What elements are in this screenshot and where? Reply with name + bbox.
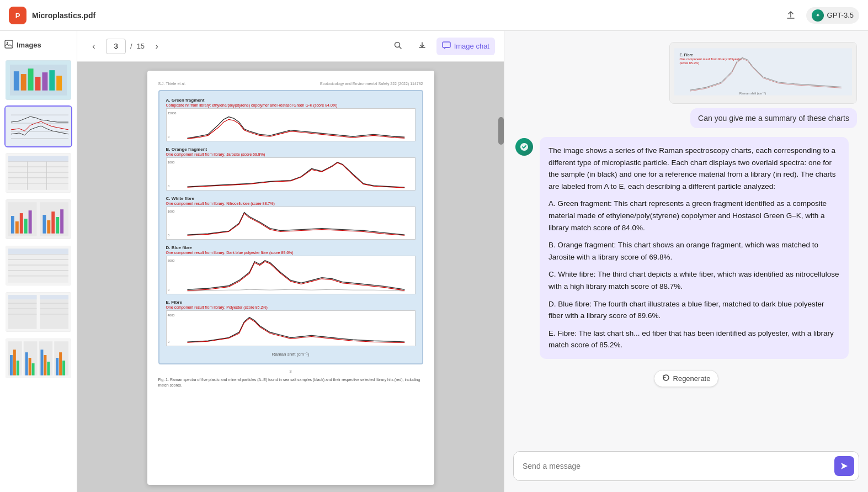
svg-rect-72 (44, 355, 46, 375)
thumb-img-3 (6, 153, 71, 193)
sidebar-thumb-1[interactable] (4, 59, 72, 101)
svg-rect-9 (35, 77, 41, 91)
svg-text:0: 0 (167, 135, 169, 139)
chart-d-sublabel: One component result from library: Dark … (166, 251, 416, 255)
chart-item-b: B. Orange fragment One component result … (166, 147, 416, 191)
pdf-chart-area: A. Green fragment Composite hit from lib… (158, 90, 423, 364)
images-icon (4, 40, 13, 50)
svg-rect-7 (21, 74, 26, 91)
zoom-button[interactable] (388, 38, 408, 55)
svg-rect-75 (59, 352, 62, 375)
ai-para-3: B. Orange fragment: This chart shows an … (549, 239, 840, 263)
svg-rect-37 (47, 220, 50, 234)
sidebar-thumb-7[interactable] (4, 337, 72, 379)
svg-rect-32 (15, 221, 19, 234)
svg-rect-65 (10, 355, 13, 375)
svg-rect-6 (14, 71, 19, 91)
x-axis-label: Raman shift (cm⁻¹) (166, 352, 416, 357)
svg-text:One component result from libr: One component result from library: Polye… (679, 57, 742, 61)
user-message: E. Fibre One component result from libra… (515, 42, 857, 128)
download-button[interactable] (412, 38, 432, 55)
svg-rect-53 (40, 295, 68, 299)
page-number-input[interactable] (106, 39, 126, 54)
sidebar-thumb-5[interactable] (4, 245, 72, 287)
svg-rect-38 (51, 211, 55, 234)
svg-rect-50 (8, 295, 37, 329)
pdf-journal: Ecotoxicology and Environmental Safety 2… (320, 82, 423, 88)
svg-text:P: P (15, 12, 20, 20)
svg-text:0: 0 (167, 184, 169, 188)
svg-rect-2 (5, 40, 13, 48)
user-message-text: Can you give me a summary of these chart… (690, 108, 857, 128)
next-page-button[interactable]: › (149, 39, 164, 54)
svg-text:0: 0 (167, 288, 169, 292)
svg-text:1000: 1000 (167, 210, 174, 213)
topbar-right: ✦ GPT-3.5 (782, 7, 859, 24)
app-title: Microplastics.pdf (32, 11, 95, 20)
svg-text:(score 85.2%): (score 85.2%) (679, 61, 699, 65)
chart-c-label: C. White fibre (166, 196, 416, 201)
regenerate-label: Regenerate (673, 374, 711, 383)
regenerate-row: Regenerate (515, 370, 857, 387)
sidebar-thumb-2[interactable] (4, 105, 72, 147)
thumb-img-1 (6, 60, 71, 100)
sidebar-thumb-4[interactable] (4, 198, 72, 240)
chart-a-sublabel: Composite hit from library: ethylene/pol… (166, 103, 416, 107)
svg-rect-10 (42, 72, 47, 91)
pdf-author: S.J. Thiele et al. (158, 82, 186, 86)
svg-rect-33 (20, 213, 23, 234)
ai-message: The image shows a series of five Raman s… (515, 137, 857, 359)
page-total: 15 (137, 42, 145, 50)
svg-text:0: 0 (167, 340, 169, 343)
svg-rect-70 (32, 363, 35, 375)
send-button[interactable] (834, 456, 854, 476)
image-chat-button[interactable]: Image chat (436, 38, 495, 55)
svg-rect-11 (49, 70, 55, 91)
regenerate-icon (662, 374, 670, 383)
svg-rect-39 (56, 217, 59, 234)
ai-para-1: The image shows a series of five Raman s… (549, 145, 840, 192)
sidebar-header: Images (4, 38, 72, 55)
chart-d-label: D. Blue fibre (166, 245, 416, 250)
chat-icon (442, 41, 451, 51)
chart-b-box: 1000 0 (166, 157, 416, 191)
svg-text:4000: 4000 (167, 314, 174, 317)
ai-para-2: A. Green fragment: This chart represents… (549, 198, 840, 234)
scrollbar-thumb[interactable] (498, 117, 504, 145)
chart-item-e: E. Fibre One component result from libra… (166, 300, 416, 346)
chart-a-box: 15000 0 (166, 108, 416, 141)
chat-input[interactable] (523, 462, 830, 470)
sidebar-thumb-6[interactable] (4, 291, 72, 333)
pdf-scrollbar[interactable] (498, 62, 504, 492)
svg-rect-74 (56, 358, 58, 375)
svg-point-3 (7, 42, 8, 44)
regenerate-button[interactable]: Regenerate (654, 370, 719, 387)
chart-e-label: E. Fibre (166, 300, 416, 305)
download-icon (418, 41, 427, 51)
page-separator: / (130, 42, 132, 50)
svg-rect-73 (47, 362, 50, 375)
gpt-icon: ✦ (812, 9, 824, 22)
svg-rect-69 (29, 358, 31, 375)
chart-c-sublabel: One component result from library: Nitro… (166, 202, 416, 205)
svg-rect-40 (60, 209, 63, 234)
sidebar-label: Images (17, 41, 41, 49)
gpt-model-selector[interactable]: ✦ GPT-3.5 (806, 7, 859, 24)
sidebar-thumb-3[interactable] (4, 152, 72, 194)
user-message-image: E. Fibre One component result from libra… (669, 42, 857, 104)
svg-rect-67 (17, 361, 19, 375)
pdf-content[interactable]: S.J. Thiele et al. Ecotoxicology and Env… (77, 62, 504, 492)
svg-rect-52 (8, 295, 37, 299)
svg-text:15000: 15000 (167, 112, 176, 115)
thumb-img-2 (6, 107, 71, 146)
prev-page-button[interactable]: ‹ (86, 39, 102, 54)
svg-rect-36 (42, 215, 46, 234)
topbar: P Microplastics.pdf ✦ GPT-3.5 (0, 0, 868, 31)
pdf-toolbar: ‹ / 15 › Image chat (77, 31, 504, 62)
export-button[interactable] (782, 7, 800, 24)
svg-rect-34 (24, 219, 28, 234)
chart-b-sublabel: One component result from library: Jaros… (166, 152, 416, 156)
svg-rect-8 (28, 68, 34, 91)
ai-para-4: C. White fibre: The third chart depicts … (549, 268, 840, 292)
svg-rect-31 (11, 216, 14, 234)
